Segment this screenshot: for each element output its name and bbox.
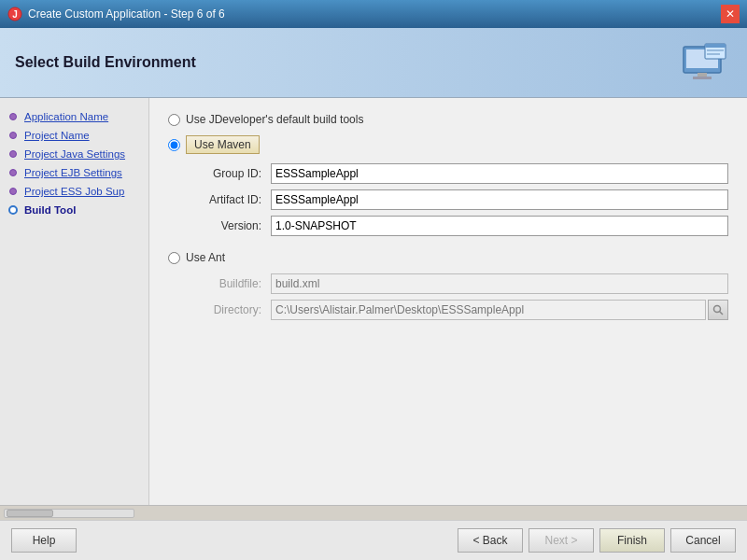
svg-line-11	[720, 312, 724, 315]
default-build-label: Use JDeveloper's default build tools	[186, 113, 363, 126]
maven-build-radio[interactable]	[168, 139, 180, 151]
version-input[interactable]	[271, 216, 728, 236]
sidebar-item-build-tool[interactable]: Build Tool	[0, 201, 148, 219]
cancel-button[interactable]: Cancel	[670, 528, 736, 553]
sidebar-label-project-java-settings: Project Java Settings	[24, 148, 125, 160]
ant-build-label: Use Ant	[186, 251, 225, 264]
sidebar-label-project-ejb-settings: Project EJB Settings	[24, 167, 122, 178]
scrollbar-thumb[interactable]	[7, 510, 53, 517]
step-indicator-5	[7, 186, 19, 197]
step-indicator-2	[7, 130, 19, 141]
ant-fields-section: Buildfile: Directory:	[187, 273, 728, 320]
title-bar-title: Create Custom Application - Step 6 of 6	[28, 7, 225, 21]
app-icon: J	[7, 7, 22, 21]
buildfile-row: Buildfile:	[187, 273, 728, 294]
step-indicator-6	[7, 204, 19, 216]
title-bar: J Create Custom Application - Step 6 of …	[0, 0, 747, 28]
artifact-id-label: Artifact ID:	[187, 193, 271, 206]
directory-input	[271, 300, 706, 320]
version-row: Version:	[187, 216, 728, 236]
title-bar-left: J Create Custom Application - Step 6 of …	[7, 7, 225, 21]
dialog-content: Application Name Project Name Project Ja…	[0, 98, 747, 505]
step-indicator-4	[7, 167, 19, 178]
artifact-id-row: Artifact ID:	[187, 189, 728, 210]
sidebar-label-build-tool: Build Tool	[24, 204, 76, 216]
sidebar: Application Name Project Name Project Ja…	[0, 98, 149, 505]
sidebar-item-project-ejb-settings[interactable]: Project EJB Settings	[0, 163, 148, 182]
svg-point-10	[714, 306, 721, 313]
main-panel: Use JDeveloper's default build tools Use…	[149, 98, 747, 505]
dialog-footer: Help < Back Next > Finish Cancel	[0, 520, 747, 560]
group-id-label: Group ID:	[187, 167, 271, 180]
ant-option-row: Use Ant	[168, 251, 728, 264]
buildfile-label: Buildfile:	[187, 277, 271, 290]
sidebar-item-project-java-settings[interactable]: Project Java Settings	[0, 145, 148, 163]
horizontal-scrollbar[interactable]	[0, 505, 747, 520]
sidebar-label-application-name: Application Name	[24, 111, 108, 122]
default-build-radio[interactable]	[168, 114, 180, 126]
svg-text:J: J	[12, 9, 18, 20]
browse-button	[708, 300, 728, 320]
artifact-id-input[interactable]	[271, 189, 728, 210]
sidebar-item-application-name[interactable]: Application Name	[0, 107, 148, 126]
step-indicator-3	[7, 148, 19, 160]
sidebar-label-project-ess-job-sup: Project ESS Job Sup	[24, 186, 124, 197]
use-maven-button[interactable]: Use Maven	[186, 135, 260, 154]
svg-rect-4	[698, 73, 707, 77]
footer-right-buttons: < Back Next > Finish Cancel	[458, 528, 736, 553]
sidebar-label-project-name: Project Name	[24, 130, 90, 141]
maven-option-row: Use Maven	[168, 135, 728, 154]
close-button[interactable]: ✕	[721, 5, 740, 23]
directory-label: Directory:	[187, 303, 271, 316]
header-icon	[676, 39, 732, 86]
sidebar-item-project-name[interactable]: Project Name	[0, 126, 148, 145]
svg-rect-9	[707, 53, 720, 55]
svg-rect-5	[693, 77, 712, 79]
dialog-header: Select Build Environment	[0, 28, 747, 98]
sidebar-item-project-ess-job-sup[interactable]: Project ESS Job Sup	[0, 182, 148, 201]
scrollbar-track	[4, 509, 134, 518]
finish-button[interactable]: Finish	[599, 528, 665, 553]
step-indicator-1	[7, 111, 19, 122]
buildfile-input	[271, 273, 728, 294]
browse-icon	[712, 304, 724, 315]
next-button[interactable]: Next >	[529, 528, 594, 553]
help-button[interactable]: Help	[11, 528, 77, 553]
dialog: Select Build Environment Application Nam…	[0, 28, 747, 560]
back-button[interactable]: < Back	[458, 528, 523, 553]
maven-section: Group ID: Artifact ID: Version:	[187, 163, 728, 236]
ant-section: Use Ant Buildfile: Directory:	[168, 251, 728, 320]
group-id-row: Group ID:	[187, 163, 728, 184]
group-id-input[interactable]	[271, 163, 728, 184]
dialog-header-title: Select Build Environment	[15, 54, 196, 71]
ant-build-radio[interactable]	[168, 252, 180, 264]
svg-rect-7	[705, 44, 726, 48]
version-label: Version:	[187, 219, 271, 232]
directory-row: Directory:	[187, 300, 728, 320]
svg-rect-8	[707, 49, 724, 51]
default-build-option-row: Use JDeveloper's default build tools	[168, 113, 728, 126]
